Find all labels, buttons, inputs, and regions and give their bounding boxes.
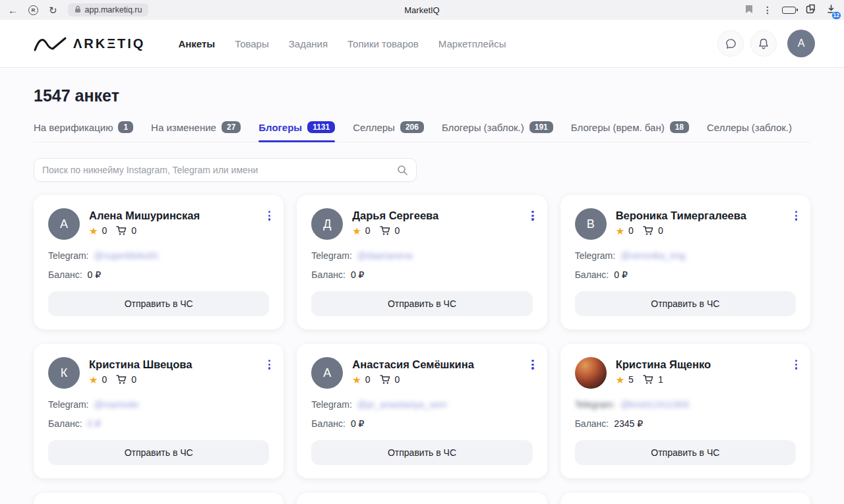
tab-blogery-zablok[interactable]: Блогеры (заблок.) 191 [442,121,553,142]
nav-item-topiki[interactable]: Топики товаров [347,38,419,49]
bookmark-icon[interactable] [745,5,753,16]
nav-item-marketplacy[interactable]: Маркетплейсы [438,38,506,49]
telegram-handle: @daarianeva [357,250,413,261]
tab-label: Блогеры (заблок.) [442,122,524,133]
logo-text: ΛRKΞTIQ [73,36,145,51]
logo[interactable]: ΛRKΞTIQ [34,35,145,52]
tab-count-badge: 27 [222,121,241,133]
browser-actions: ⋮ 12 [745,4,836,16]
cart-count: 0 [131,374,136,385]
user-avatar[interactable]: A [787,30,815,57]
url-text: app.marketiq.ru [85,5,142,14]
tab-na-izmenenie[interactable]: На изменение 27 [151,121,241,142]
address-bar[interactable]: app.marketiq.ru [68,3,149,16]
star-count: 0 [102,374,107,385]
telegram-handle: @superbloko91 [94,250,158,261]
header-actions: A [717,30,815,57]
balance-label: Баланс: [48,269,82,280]
tab-na-verifikaciyu[interactable]: На верификацию 1 [34,121,133,142]
blacklist-button[interactable]: Отправить в ЧС [575,440,796,465]
avatar: К [48,357,80,389]
avatar: А [311,357,343,389]
star-count: 5 [628,374,634,385]
tab-count-badge: 18 [670,121,689,133]
more-options-icon[interactable] [794,358,799,371]
search-bar[interactable] [34,158,417,182]
tab-blogery[interactable]: Блогеры 1131 [258,121,335,142]
reload-icon[interactable]: ↻ [49,5,57,15]
cart-count: 0 [658,225,663,236]
star-icon: ★ [616,375,624,385]
search-icon [397,165,408,176]
cart-count: 1 [658,374,663,385]
browser-tab-title: MarketIQ [404,5,439,15]
balance-value: 0 ₽ [351,269,365,280]
cart-icon [643,374,654,385]
star-icon: ★ [352,375,361,385]
profile-name: Вероника Тимергалеева [616,210,746,222]
more-options-icon[interactable] [530,358,535,371]
tab-label: На изменение [151,122,216,133]
notifications-button[interactable] [750,30,777,57]
cart-icon [643,225,654,236]
balance-label: Баланс: [48,418,82,429]
profile-card: Д Дарья Сергеева ★ 0 0 Telegram:@daarian… [297,195,547,329]
chat-button[interactable] [717,30,744,57]
tab-sellery[interactable]: Селлеры 206 [353,121,424,142]
balance-value: 2345 ₽ [614,418,643,429]
main-nav: Анкеты Товары Задания Топики товаров Мар… [178,38,506,49]
avatar: В [575,208,607,240]
downloads-icon[interactable]: 12 [826,4,836,16]
avatar-photo [575,357,607,389]
profile-name: Дарья Сергеева [352,210,438,222]
profile-name: Кристина Швецова [89,358,192,371]
profile-card-partial: Любовь Шуталаева [34,493,284,504]
tab-count-badge: 206 [400,121,424,133]
more-options-icon[interactable] [267,358,272,371]
blacklist-button[interactable]: Отправить в ЧС [311,440,532,465]
profile-card-partial: Наталья Грибоедова [560,493,810,504]
nav-item-zadaniya[interactable]: Задания [289,38,328,49]
cart-icon [380,225,391,236]
blacklist-button[interactable]: Отправить в ЧС [48,440,269,465]
browser-menu-icon[interactable]: ⋮ [763,5,772,15]
star-icon: ★ [616,226,624,236]
more-options-icon[interactable] [267,210,272,222]
more-options-icon[interactable] [794,210,799,222]
tab-label: Селлеры (заблок.) [707,122,792,133]
profile-card: В Вероника Тимергалеева ★ 0 0 Telegram:@… [560,195,810,329]
profiles-grid: А Алена Мишуринская ★ 0 0 Telegram:@supe… [34,195,810,504]
main-content: 1547 анкет На верификацию 1 На изменение… [0,86,844,504]
star-icon: ★ [352,226,361,236]
cart-icon [116,225,127,236]
page-title: 1547 анкет [34,86,810,105]
blacklist-button[interactable]: Отправить в ЧС [311,291,532,316]
nav-item-ankety[interactable]: Анкеты [178,38,215,49]
telegram-handle: @mariookr [94,399,139,410]
telegram-label: Telegram: [48,250,88,261]
tab-sellery-zablok[interactable]: Селлеры (заблок.) [707,122,792,142]
tabs-bar: На верификацию 1 На изменение 27 Блогеры… [34,121,810,142]
battery-icon [782,7,796,14]
blacklist-button[interactable]: Отправить в ЧС [575,291,796,316]
telegram-label: Telegram: [575,399,615,410]
search-input[interactable] [42,165,397,175]
telegram-handle: @pr_anastasiya_sem [357,399,447,410]
star-count: 0 [102,225,107,236]
more-options-icon[interactable] [530,210,535,222]
profile-card: К Кристина Швецова ★ 0 0 Telegram:@mario… [34,344,284,478]
cart-icon [380,374,391,385]
telegram-label: Telegram: [48,399,88,410]
nav-item-tovary[interactable]: Товары [235,38,269,49]
tab-count-badge: 1131 [307,121,335,133]
back-icon[interactable]: ← [8,5,18,15]
avatar: Д [311,208,343,240]
browser-profile-icon[interactable]: R [28,5,38,15]
lock-icon [75,4,81,16]
balance-label: Баланс: [575,418,609,429]
tab-label: Блогеры (врем. бан) [571,122,665,133]
blacklist-button[interactable]: Отправить в ЧС [48,291,269,316]
tab-blogery-vrem-ban[interactable]: Блогеры (врем. бан) 18 [571,121,689,142]
collections-icon[interactable] [806,4,816,16]
cart-count: 0 [395,225,400,236]
